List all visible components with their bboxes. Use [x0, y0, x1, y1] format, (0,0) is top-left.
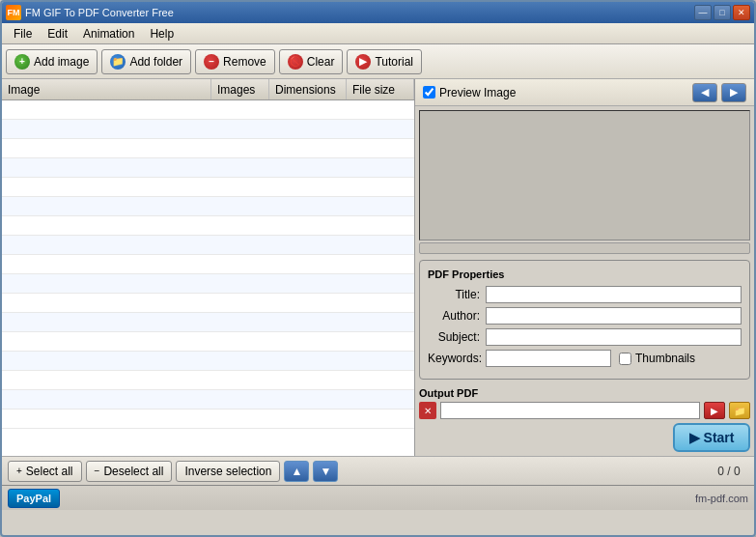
- fm-pdf-link: fm-pdf.com: [695, 493, 748, 504]
- prop-row-title: Title:: [428, 286, 742, 303]
- deselect-all-button[interactable]: − Deselect all: [86, 461, 173, 482]
- title-input[interactable]: [486, 286, 742, 303]
- main-content: Image Images Dimensions File size: [2, 79, 754, 456]
- status-bar: PayPal fm-pdf.com: [2, 485, 754, 510]
- output-path-input[interactable]: [440, 402, 700, 419]
- minimize-button[interactable]: —: [694, 5, 712, 20]
- col-header-image: Image: [2, 79, 211, 99]
- title-label: Title:: [428, 288, 486, 301]
- list-row: [2, 216, 414, 236]
- output-pdf-wrapper: Output PDF ✕ ▶ 📁: [419, 387, 750, 419]
- clear-button[interactable]: 🚫 Clear: [279, 49, 344, 74]
- move-down-button[interactable]: ▼: [313, 461, 338, 482]
- prop-row-subject: Subject:: [428, 328, 742, 346]
- preview-forward-button[interactable]: ▶: [721, 83, 746, 102]
- bottom-left: + Select all − Deselect all Inverse sele…: [8, 461, 338, 482]
- list-row: [2, 313, 414, 332]
- file-list-panel: Image Images Dimensions File size: [2, 79, 415, 456]
- add-image-button[interactable]: + Add image: [6, 49, 98, 74]
- list-row: [2, 390, 414, 410]
- preview-checkbox-area: Preview Image: [423, 86, 516, 99]
- author-input[interactable]: [486, 307, 742, 325]
- list-row: [2, 255, 414, 274]
- subject-label: Subject:: [428, 330, 486, 344]
- bottom-bar: + Select all − Deselect all Inverse sele…: [2, 456, 754, 485]
- toolbar: + Add image 📁 Add folder − Remove 🚫 Clea…: [2, 44, 754, 79]
- keywords-label: Keywords:: [428, 352, 486, 365]
- prop-row-keywords: Keywords: Thumbnails: [428, 350, 742, 367]
- start-section: ▶ Start: [419, 423, 750, 452]
- list-row: [2, 371, 414, 390]
- preview-scrollbar[interactable]: [419, 242, 750, 254]
- output-pdf-row: ✕ ▶ 📁: [419, 402, 750, 419]
- title-bar: FM FM GIF To PDF Converter Free — □ ✕: [2, 2, 754, 23]
- col-header-dimensions: Dimensions: [269, 79, 347, 99]
- close-button[interactable]: ✕: [733, 5, 750, 20]
- thumbnail-checkbox[interactable]: [619, 353, 631, 365]
- thumbnail-label: Thumbnails: [635, 352, 695, 365]
- list-row: [2, 120, 414, 139]
- list-row: [2, 352, 414, 371]
- add-image-icon: +: [14, 54, 30, 70]
- paypal-button[interactable]: PayPal: [8, 489, 60, 508]
- pdf-properties-title: PDF Properties: [428, 268, 742, 280]
- preview-checkbox[interactable]: [423, 86, 435, 99]
- thumbnail-check: Thumbnails: [619, 352, 695, 365]
- menu-bar: File Edit Animation Help: [2, 23, 754, 44]
- move-up-button[interactable]: ▲: [284, 461, 309, 482]
- list-row: [2, 178, 414, 197]
- preview-header: Preview Image ◀ ▶: [415, 79, 754, 106]
- file-list-body[interactable]: [2, 100, 414, 456]
- app-icon: FM: [6, 5, 21, 20]
- list-row: [2, 197, 414, 216]
- remove-button[interactable]: − Remove: [195, 49, 275, 74]
- tutorial-icon: ▶: [355, 54, 371, 70]
- menu-edit[interactable]: Edit: [40, 25, 75, 42]
- preview-back-button[interactable]: ◀: [692, 83, 717, 102]
- list-header: Image Images Dimensions File size: [2, 79, 414, 100]
- count-display: 0 / 0: [710, 465, 748, 478]
- col-header-filesize: File size: [347, 79, 414, 99]
- list-row: [2, 100, 414, 120]
- clear-icon: 🚫: [288, 54, 303, 70]
- window-title: FM GIF To PDF Converter Free: [25, 7, 174, 18]
- subject-input[interactable]: [486, 328, 742, 346]
- preview-nav: ◀ ▶: [692, 83, 746, 102]
- title-bar-controls: — □ ✕: [694, 5, 750, 20]
- list-row: [2, 274, 414, 294]
- select-all-button[interactable]: + Select all: [8, 461, 82, 482]
- prop-row-author: Author:: [428, 307, 742, 325]
- add-folder-button[interactable]: 📁 Add folder: [101, 49, 191, 74]
- tutorial-button[interactable]: ▶ Tutorial: [347, 49, 422, 74]
- output-folder-button[interactable]: 📁: [729, 402, 750, 419]
- col-header-images: Images: [211, 79, 269, 99]
- keywords-input[interactable]: [486, 350, 611, 367]
- menu-help[interactable]: Help: [142, 25, 182, 42]
- add-folder-icon: 📁: [110, 54, 126, 70]
- menu-file[interactable]: File: [6, 25, 40, 42]
- list-row: [2, 236, 414, 255]
- right-panel: Preview Image ◀ ▶ PDF Properties Title:: [415, 79, 754, 456]
- list-row: [2, 139, 414, 158]
- list-row: [2, 158, 414, 178]
- menu-animation[interactable]: Animation: [75, 25, 142, 42]
- preview-image-area: [419, 110, 750, 240]
- title-bar-left: FM FM GIF To PDF Converter Free: [6, 5, 174, 20]
- start-label: Start: [704, 430, 735, 445]
- start-icon: ▶: [689, 430, 700, 445]
- output-clear-button[interactable]: ✕: [419, 402, 436, 419]
- author-label: Author:: [428, 309, 486, 323]
- remove-icon: −: [204, 54, 219, 70]
- output-pdf-icon-button[interactable]: ▶: [704, 402, 725, 419]
- maximize-button[interactable]: □: [714, 5, 731, 20]
- inverse-selection-button[interactable]: Inverse selection: [176, 461, 280, 482]
- preview-image-label: Preview Image: [439, 86, 516, 99]
- list-row: [2, 332, 414, 352]
- list-row: [2, 410, 414, 429]
- pdf-properties-section: PDF Properties Title: Author: Subject:: [419, 260, 750, 380]
- list-row: [2, 294, 414, 313]
- output-pdf-title: Output PDF: [419, 387, 750, 399]
- start-button[interactable]: ▶ Start: [673, 423, 750, 452]
